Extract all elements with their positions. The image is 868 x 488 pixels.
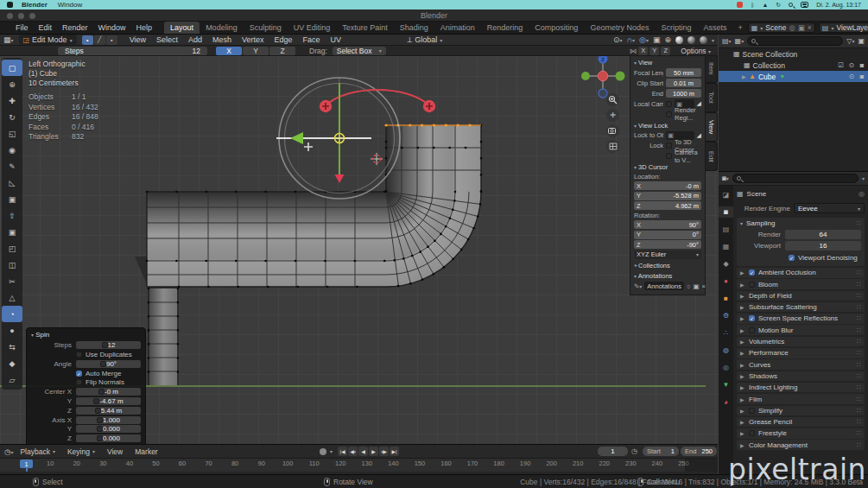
screen-record-icon[interactable] — [737, 2, 743, 8]
properties-tab[interactable]: ▦ — [719, 241, 733, 252]
annotation-remove-icon[interactable]: × — [702, 282, 706, 290]
tool-button[interactable]: ⊕ — [2, 76, 22, 92]
visibility-icons[interactable]: ☑ ⊙ ◙ — [838, 61, 865, 69]
workspace-tab[interactable]: Sculpting — [244, 22, 288, 34]
edge-select-button[interactable]: ╱ — [94, 35, 105, 45]
axis-button[interactable]: Z — [269, 47, 295, 55]
workspace-tab[interactable]: Shading — [394, 22, 434, 34]
operator-row[interactable]: Flip Normals — [31, 378, 141, 387]
axis-button[interactable]: Y — [243, 47, 269, 55]
panel-checkbox[interactable] — [749, 269, 755, 276]
workspace-tab[interactable]: Geometry Nodes — [584, 22, 655, 34]
sampling-row[interactable]: Viewport16 — [740, 241, 861, 251]
properties-panel-header[interactable]: ▶ Curves ∷ — [737, 359, 865, 370]
workspace-tab[interactable]: Texture Paint — [336, 22, 394, 34]
properties-tab[interactable]: ◆ — [719, 258, 733, 269]
render-region-row[interactable]: Render Regi... — [634, 110, 701, 119]
render-region-checkbox[interactable] — [666, 111, 672, 117]
auto-keying-record-button[interactable] — [320, 448, 326, 455]
editor-type-icon[interactable]: ▦▾ — [3, 35, 14, 44]
cursor-location-field[interactable]: X-0 m — [634, 181, 701, 190]
outliner-search-input[interactable] — [747, 36, 843, 46]
play-button[interactable]: ▶ — [369, 447, 378, 456]
playhead[interactable]: 1 — [20, 459, 33, 468]
cursor-section-header[interactable]: ▾ 3D Cursor — [634, 163, 701, 171]
new-collection-button[interactable]: ▣ — [858, 37, 865, 45]
tool-button[interactable]: ✎ — [2, 158, 22, 174]
prev-keyframe-button[interactable]: ◀• — [348, 447, 358, 456]
menu-uv[interactable]: UV — [326, 35, 347, 44]
panel-checkbox[interactable] — [749, 282, 755, 288]
shading-material-button[interactable] — [687, 36, 695, 44]
scene-selector[interactable]: ▦▾ Scene ◎ ▣ × — [748, 22, 815, 33]
spin-operator-panel[interactable]: ▾ Spin Steps 12 Use Duplicates Angle — [26, 327, 146, 444]
menu-add[interactable]: Add — [183, 35, 207, 44]
camera-view-button[interactable] — [606, 124, 619, 137]
tool-button[interactable]: ▣ — [2, 191, 22, 207]
drag-dropdown[interactable]: Select Box▾ — [333, 47, 386, 55]
rotation-order-dropdown[interactable]: XYZ Euler▾ — [634, 250, 701, 259]
jump-to-start-button[interactable]: |◀ — [338, 447, 347, 456]
tool-button[interactable]: ◉ — [2, 142, 22, 158]
properties-tab[interactable]: ● — [719, 276, 733, 287]
outliner-row[interactable]: ▶ ▲ Cube ▼ ⊙ ◙ — [719, 71, 868, 82]
properties-tab[interactable]: ⚙ — [719, 310, 733, 321]
panel-checkbox[interactable] — [749, 327, 755, 333]
operator-row[interactable]: Axis X 1.000 — [31, 415, 141, 424]
workspace-tab[interactable]: Rendering — [481, 22, 529, 34]
properties-panel-header[interactable]: ▶ Ambient Occlusion ∷ — [737, 268, 865, 278]
n-panel-tab[interactable]: Edit — [706, 142, 718, 171]
properties-panel-header[interactable]: ▶ Screen Space Reflections ∷ — [737, 314, 865, 324]
annotation-color-icon[interactable]: ○ — [687, 282, 691, 290]
tool-button[interactable]: ● — [2, 322, 22, 339]
operator-row[interactable]: Steps 12 — [31, 341, 141, 350]
properties-panel-header[interactable]: ▶ Performance ∷ — [737, 348, 865, 358]
menu-mesh[interactable]: Mesh — [207, 35, 237, 44]
local-camera-checkbox[interactable] — [666, 101, 672, 107]
properties-panel-header[interactable]: ▶ Film ∷ — [737, 394, 865, 404]
macos-window-menu[interactable]: Window — [58, 1, 82, 9]
play-reverse-button[interactable]: ◀ — [358, 447, 368, 456]
cursor-location-field[interactable]: Y-5.528 m — [634, 192, 701, 200]
cursor-rotation-field[interactable]: Z-90° — [634, 240, 701, 249]
menu-face[interactable]: Face — [298, 35, 326, 44]
workspace-tab[interactable]: Layout — [164, 22, 200, 34]
n-panel-tab[interactable]: View — [706, 112, 718, 142]
mirror-y-button[interactable]: Y — [649, 47, 659, 55]
properties-tab[interactable]: ◎ — [719, 362, 733, 373]
to-3d-cursor-checkbox[interactable] — [666, 143, 672, 149]
timeline-ruler[interactable]: 1020304050607080901001101201301401501601… — [0, 459, 718, 472]
properties-tab[interactable]: ◕ — [719, 396, 733, 408]
properties-tab[interactable]: ■ — [719, 293, 733, 304]
apple-icon[interactable] — [7, 2, 13, 8]
workspace-tab[interactable]: Compositing — [529, 22, 584, 34]
properties-search-input[interactable] — [732, 174, 858, 183]
mirror-x-button[interactable]: X — [638, 47, 648, 55]
operator-row[interactable]: Center X -0 m — [31, 388, 141, 396]
shading-solid-button[interactable] — [675, 36, 683, 44]
annotations-section-header[interactable]: ▾ Annotations — [634, 272, 701, 280]
operator-row[interactable]: Use Duplicates — [31, 351, 141, 359]
mirror-z-button[interactable]: Z — [661, 47, 670, 55]
tool-button[interactable]: ⇧ — [2, 207, 22, 224]
viewport-denoising-row[interactable]: Viewport Denoising — [789, 252, 861, 263]
properties-panel-header[interactable]: ▶ Bloom ∷ — [737, 279, 865, 289]
properties-panel-header[interactable]: ▶ Motion Blur ∷ — [737, 325, 865, 335]
operator-panel-title[interactable]: ▾ Spin — [31, 331, 141, 339]
transform-orientation-dropdown[interactable]: ⟂ Global▾ — [407, 35, 442, 45]
properties-panel-header[interactable]: ▶ Color Management ∷ — [737, 440, 865, 450]
tool-button[interactable]: ↻ — [2, 109, 22, 125]
properties-panel-header[interactable]: ▶ Subsurface Scattering ∷ — [737, 302, 865, 313]
display-mode-dropdown[interactable]: ▤▾ — [722, 37, 732, 45]
sync-icon[interactable]: ↻ — [776, 2, 781, 9]
face-select-button[interactable]: ▪ — [106, 35, 117, 45]
next-keyframe-button[interactable]: •▶ — [379, 447, 389, 456]
properties-tab[interactable]: ∴ — [719, 327, 733, 339]
menu-window[interactable]: Window — [93, 23, 131, 32]
properties-panel-header[interactable]: ▶ Depth of Field ∷ — [737, 291, 865, 301]
wifi-icon[interactable]: ▲ — [762, 2, 768, 8]
tool-button[interactable]: ⇆ — [2, 339, 22, 355]
shading-dropdown-icon[interactable]: ▾ — [712, 37, 714, 43]
tool-button[interactable]: ✚ — [2, 92, 22, 109]
playback-menu[interactable]: Playback▾ — [15, 447, 60, 456]
